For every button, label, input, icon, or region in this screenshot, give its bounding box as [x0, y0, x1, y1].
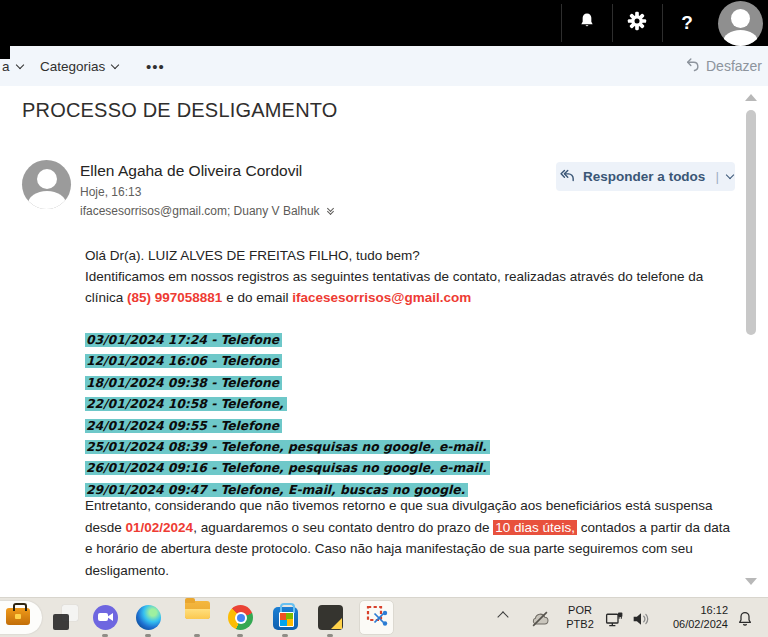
deadline-highlight: 10 dias úteis,: [493, 520, 577, 535]
chrome-browser-icon[interactable]: [228, 605, 253, 630]
help-icon: ?: [681, 12, 693, 34]
email-subject: PROCESSO DE DESLIGAMENTO: [22, 99, 338, 122]
settings-button[interactable]: [612, 0, 662, 46]
sender-name[interactable]: Ellen Agaha de Oliveira Cordovil: [80, 162, 302, 180]
screen: ? a Categorias ••• Desfazer PROCESSO DE …: [0, 0, 768, 637]
tray-date: 06/02/2024: [648, 617, 728, 631]
suspension-date: 01/02/2024: [126, 520, 194, 535]
contact-attempt: 03/01/2024 17:24 - Telefone: [85, 329, 490, 350]
keyboard-layout-code: PTB2: [558, 617, 602, 631]
reply-all-icon: [558, 168, 575, 186]
tray-time: 16:12: [648, 603, 728, 617]
gear-icon: [627, 11, 647, 35]
running-indicator: [237, 634, 243, 637]
email-body-intro: Olá Dr(a). LUIZ ALVES DE FREITAS FILHO, …: [85, 245, 741, 308]
sender-avatar[interactable]: [22, 160, 71, 209]
scroll-up-arrow[interactable]: [745, 94, 757, 101]
ellipsis-icon: •••: [146, 58, 165, 75]
email-body-closing: Entretanto, considerando que não tivemos…: [85, 495, 741, 582]
snipping-tool-icon: [365, 604, 389, 632]
clock[interactable]: 16:12 06/02/2024: [648, 603, 728, 631]
running-indicator: [327, 634, 333, 637]
help-button[interactable]: ?: [662, 0, 712, 46]
more-actions-button[interactable]: •••: [146, 46, 165, 86]
greeting-line: Olá Dr(a). LUIZ ALVES DE FREITAS FILHO, …: [85, 245, 741, 266]
briefcase-icon[interactable]: [6, 608, 30, 625]
move-to-dropdown[interactable]: a: [2, 46, 23, 86]
network-icon[interactable]: [602, 607, 626, 631]
chevron-down-icon: [15, 60, 23, 68]
language-indicator[interactable]: POR PTB2: [558, 603, 602, 631]
reply-all-button[interactable]: Responder a todos |: [556, 162, 735, 191]
message-toolbar: a Categorias ••• Desfazer: [0, 46, 768, 86]
running-indicator: [282, 634, 288, 637]
contact-attempt: 18/01/2024 09:38 - Telefone: [85, 372, 490, 393]
contact-attempt: 22/01/2024 10:58 - Telefone,: [85, 393, 490, 414]
hidden-icons-chevron[interactable]: [497, 611, 508, 622]
divider: |: [715, 169, 719, 184]
language-code: POR: [558, 603, 602, 617]
recipients-text: ifacesesorrisos@gmail.com; Duany V Balhu…: [80, 204, 320, 218]
clinic-email[interactable]: ifacesesorrisos@gmail.com: [292, 290, 471, 305]
email-timestamp: Hoje, 16:13: [80, 185, 141, 199]
edge-browser-icon[interactable]: [136, 605, 161, 630]
video-call-app-icon[interactable]: [93, 605, 118, 630]
reading-pane: PROCESSO DE DESLIGAMENTO Ellen Agaha de …: [0, 86, 768, 597]
undo-label: Desfazer: [706, 58, 762, 74]
running-indicator: [145, 634, 151, 637]
clinic-phone: (85) 997058881: [127, 290, 222, 305]
undo-button[interactable]: Desfazer: [685, 46, 762, 86]
intro-text: e do email: [222, 290, 292, 305]
contact-attempt: 12/01/2024 16:06 - Telefone: [85, 350, 490, 371]
running-indicator: [102, 634, 108, 637]
scrollbar-thumb[interactable]: [746, 110, 756, 335]
chevron-down-icon: [726, 171, 734, 179]
notification-bell-icon[interactable]: [733, 607, 757, 631]
categories-dropdown[interactable]: Categorias: [40, 46, 118, 86]
undo-icon: [685, 57, 700, 75]
intro-paragraph: Identificamos em nossos registros as seg…: [85, 266, 741, 308]
scroll-down-arrow[interactable]: [745, 578, 757, 585]
windows-taskbar: POR PTB2 16:12 06/02/2024: [0, 597, 768, 637]
contact-attempt: 24/01/2024 09:55 - Telefone: [85, 415, 490, 436]
running-indicator: [194, 634, 200, 637]
overlapping-windows-icon[interactable]: [53, 605, 78, 630]
contact-attempt: 25/01/2024 08:39 - Telefone, pesquisas n…: [85, 436, 490, 457]
categories-label: Categorias: [40, 59, 105, 74]
closing-text: , aguardaremos o seu contato dentro do p…: [193, 520, 493, 535]
snipping-tool-button[interactable]: [359, 600, 394, 635]
file-explorer-icon[interactable]: [185, 601, 210, 619]
expand-recipients-icon[interactable]: [328, 208, 333, 214]
reply-all-label: Responder a todos: [583, 169, 705, 184]
sticky-notes-icon[interactable]: [318, 605, 343, 630]
notifications-button[interactable]: [562, 0, 612, 46]
onedrive-cloud-icon[interactable]: [528, 607, 552, 631]
chevron-down-icon: [111, 60, 119, 68]
bell-icon: [577, 11, 597, 35]
contact-attempts-list: 03/01/2024 17:24 - Telefone 12/01/2024 1…: [85, 329, 490, 500]
account-avatar[interactable]: [718, 1, 763, 46]
contact-attempt: 26/01/2024 09:16 - Telefone, pesquisas n…: [85, 457, 490, 478]
app-header-bar: ?: [0, 0, 768, 46]
dropdown-label: a: [2, 59, 10, 74]
recipients-line[interactable]: ifacesesorrisos@gmail.com; Duany V Balhu…: [80, 204, 333, 218]
microsoft-store-icon[interactable]: [273, 607, 298, 630]
